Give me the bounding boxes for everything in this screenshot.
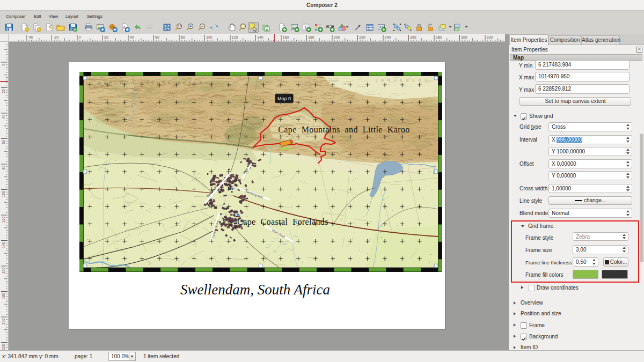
svg-text:240: 240: [385, 35, 391, 39]
svg-text:200: 200: [2, 318, 5, 324]
svg-text:100: 100: [206, 35, 213, 39]
svg-text:120: 120: [232, 35, 238, 39]
svg-text:320: 320: [487, 35, 493, 39]
svg-text:60: 60: [2, 140, 5, 144]
svg-text:120: 120: [2, 216, 5, 223]
svg-text:40: 40: [130, 35, 134, 39]
svg-text:140: 140: [2, 242, 5, 248]
svg-text:Cape Coastal Forelands: Cape Coastal Forelands: [237, 217, 328, 227]
svg-text:180: 180: [308, 35, 314, 39]
svg-text:Cape Mountains and Little Karo: Cape Mountains and Little Karoo: [278, 125, 409, 135]
svg-text:200: 200: [334, 35, 340, 39]
svg-text:-20: -20: [53, 35, 58, 39]
svg-text:40: 40: [2, 114, 5, 119]
svg-text:LANGEBERG: LANGEBERG: [376, 78, 431, 82]
svg-text:20: 20: [104, 35, 108, 39]
svg-text:260: 260: [410, 35, 416, 39]
svg-text:220: 220: [2, 344, 5, 350]
svg-text:160: 160: [283, 35, 289, 39]
svg-text:280: 280: [436, 35, 442, 39]
svg-text:100: 100: [2, 191, 5, 197]
svg-text:80: 80: [2, 165, 5, 169]
svg-text:20: 20: [2, 89, 5, 93]
svg-text:Map 0: Map 0: [277, 96, 291, 101]
svg-text:300: 300: [461, 35, 467, 39]
svg-text:220: 220: [359, 35, 365, 39]
svg-text:-40: -40: [28, 35, 33, 39]
svg-text:0: 0: [79, 35, 81, 39]
svg-text:180: 180: [2, 293, 5, 299]
svg-text:80: 80: [181, 35, 185, 39]
svg-text:160: 160: [2, 267, 5, 274]
svg-text:1:1: 1:1: [178, 25, 181, 28]
svg-text:MARLOTH NATURE RESERVE: MARLOTH NATURE RESERVE: [98, 81, 216, 85]
svg-text:0: 0: [2, 63, 5, 65]
svg-text:140: 140: [257, 35, 264, 39]
svg-text:60: 60: [155, 35, 159, 39]
